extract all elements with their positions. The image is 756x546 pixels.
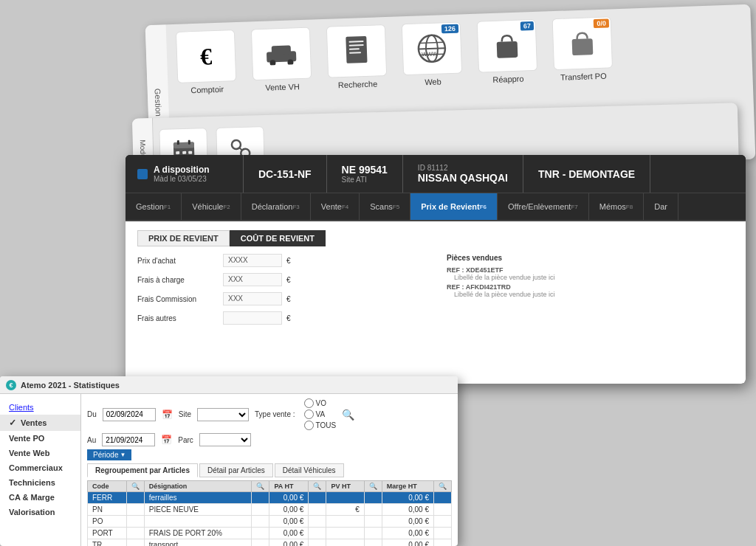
th-pvht: PV HT (326, 481, 364, 492)
tab-offre-enlevement[interactable]: Offre/EnlèvementF7 (498, 193, 589, 220)
tab-detail-vehicules[interactable]: Détail Véhicules (275, 463, 344, 477)
tab-declaration[interactable]: DéclarationF3 (241, 193, 311, 220)
globe-icon: www (415, 32, 449, 66)
module-recherche[interactable]: Recherche (323, 24, 391, 90)
search-icon-button[interactable]: 🔍 (342, 409, 354, 421)
cell-search3 (309, 504, 326, 516)
filter-row-2: Au 📅 Parc (87, 433, 452, 446)
content-tab-cout[interactable]: COÛT DE REVIENT (230, 230, 326, 246)
stats-title-icon: € (6, 380, 16, 390)
sidebar-item-commerciaux[interactable]: Commerciaux (0, 460, 80, 475)
sidebar-item-valorisation[interactable]: Valorisation (0, 505, 80, 519)
module-comptoir-box[interactable]: € (176, 30, 236, 83)
module-reappro-box[interactable]: 67 (477, 19, 537, 73)
sidebar-label-valorisation: Valorisation (9, 508, 55, 516)
radio-type-vente: VO VA TOUS (304, 398, 337, 430)
module-comptoir[interactable]: € Comptoir (172, 30, 241, 95)
sidebar-label-vente-web: Vente Web (9, 449, 49, 457)
periode-chevron-icon: ▼ (120, 452, 126, 458)
value-frais-autres[interactable] (223, 311, 282, 325)
table-row[interactable]: TR transport 0,00 € 0,00 € (88, 539, 452, 547)
module-transfert-po[interactable]: 0/0 Transfert PO (549, 16, 617, 82)
value-frais-commission[interactable]: XXX (223, 292, 282, 305)
tab-prix-de-revient[interactable]: Prix de RevientF6 (410, 193, 498, 220)
tab-gestion[interactable]: GestionF1 (126, 193, 182, 220)
form-left-section: Prix d'achat XXXX € Frais à charge XXX €… (137, 254, 425, 331)
table-row[interactable]: PN PIECE NEUVE 0,00 € € 0,00 € (88, 504, 452, 516)
site-ref: NE 99541 (342, 164, 388, 176)
value-frais-charge[interactable]: XXX (223, 273, 282, 286)
sidebar-item-ca-marge[interactable]: CA & Marge (0, 490, 80, 505)
statistics-card: € Atemo 2021 - Statistiques Clients ✓ Ve… (0, 376, 458, 546)
vehicle-ref-block: DC-151-NF (244, 155, 327, 193)
th-designation: Désignation (144, 481, 252, 492)
du-input[interactable] (103, 408, 156, 421)
sidebar-item-ventes[interactable]: ✓ Ventes (0, 415, 80, 431)
table-row[interactable]: PO 0,00 € 0,00 € (88, 516, 452, 528)
table-row[interactable]: FERR ferrailles 0,00 € 0,00 € (88, 492, 452, 504)
status-date: Màd le 03/05/23 (154, 175, 210, 183)
bag-icon (490, 30, 524, 63)
radio-tous-input[interactable] (304, 421, 314, 430)
th-search1: 🔍 (126, 481, 144, 492)
radio-va-label: VA (316, 410, 326, 418)
tab-dar[interactable]: Dar (644, 193, 678, 220)
svg-rect-23 (188, 151, 192, 154)
module-web-box[interactable]: 126 www (402, 21, 462, 75)
radio-va[interactable]: VA (304, 410, 337, 419)
label-frais-autres: Frais autres (137, 314, 219, 322)
sidebar-item-clients[interactable]: Clients (0, 400, 80, 415)
module-transfert-po-box[interactable]: 0/0 (552, 16, 613, 70)
content-tab-prix[interactable]: PRIX DE REVIENT (137, 230, 230, 246)
status-label: A disposition (154, 165, 210, 175)
cell-paht: 0,00 € (269, 528, 309, 539)
form-row-frais-charge: Frais à charge XXX € (137, 273, 425, 286)
svg-rect-1 (272, 46, 291, 55)
site-select[interactable] (197, 408, 249, 421)
cell-paht: 0,00 € (269, 516, 309, 528)
table-row[interactable]: PORT FRAIS DE PORT 20% 0,00 € 0,00 € (88, 528, 452, 539)
tab-detail-articles[interactable]: Détail par Articles (199, 463, 273, 477)
cell-code: FERR (88, 492, 127, 504)
cell-pvht (326, 539, 364, 547)
parc-label: Parc (178, 436, 193, 444)
module-vente-vh[interactable]: Vente VH (247, 27, 316, 92)
cell-search2 (252, 528, 269, 539)
module-reappro[interactable]: 67 Réappro (473, 19, 542, 85)
vehicle-id-info: ID 81112 NISSAN QASHQAI (418, 164, 508, 184)
sidebar-item-vente-po[interactable]: Vente PO (0, 431, 80, 446)
cell-code: PO (88, 516, 127, 528)
tab-vente[interactable]: VenteF4 (311, 193, 360, 220)
du-calendar-icon[interactable]: 📅 (162, 410, 173, 420)
radio-vo-label: VO (316, 399, 326, 407)
piece-desc-1: Libellé de la pièce vendue juste ici (454, 291, 734, 298)
radio-tous[interactable]: TOUS (304, 421, 337, 430)
radio-va-input[interactable] (304, 410, 314, 419)
periode-button[interactable]: Période ▼ (87, 449, 131, 460)
cell-margeht: 0,00 € (382, 492, 433, 504)
parc-select[interactable] (199, 433, 251, 446)
cell-search (126, 528, 144, 539)
radio-vo[interactable]: VO (304, 398, 337, 408)
statistics-titlebar: € Atemo 2021 - Statistiques (0, 376, 458, 394)
vehicle-site-info: NE 99541 Site ATI (342, 164, 388, 184)
tab-vehicule[interactable]: VéhiculeF2 (182, 193, 241, 220)
module-web[interactable]: 126 www Web (398, 21, 467, 87)
module-vente-vh-box[interactable] (251, 27, 312, 81)
cell-search4 (364, 516, 382, 528)
au-input[interactable] (102, 433, 155, 446)
module-recherche-box[interactable] (326, 24, 387, 78)
cost-form: Prix d'achat XXXX € Frais à charge XXX €… (137, 254, 734, 331)
sidebar-item-techniciens[interactable]: Techniciens (0, 475, 80, 490)
value-prix-achat[interactable]: XXXX (223, 254, 282, 267)
tab-regroupement[interactable]: Regroupement par Articles (87, 463, 198, 477)
tab-scans[interactable]: ScansF5 (360, 193, 410, 220)
cell-search4 (364, 492, 382, 504)
cell-search (126, 516, 144, 528)
cell-search4 (364, 528, 382, 539)
sidebar-item-vente-web[interactable]: Vente Web (0, 446, 80, 460)
tab-memos[interactable]: MémosF8 (589, 193, 644, 220)
au-calendar-icon[interactable]: 📅 (161, 435, 172, 445)
radio-vo-input[interactable] (304, 398, 314, 408)
form-row-frais-commission: Frais Commission XXX € (137, 292, 425, 305)
